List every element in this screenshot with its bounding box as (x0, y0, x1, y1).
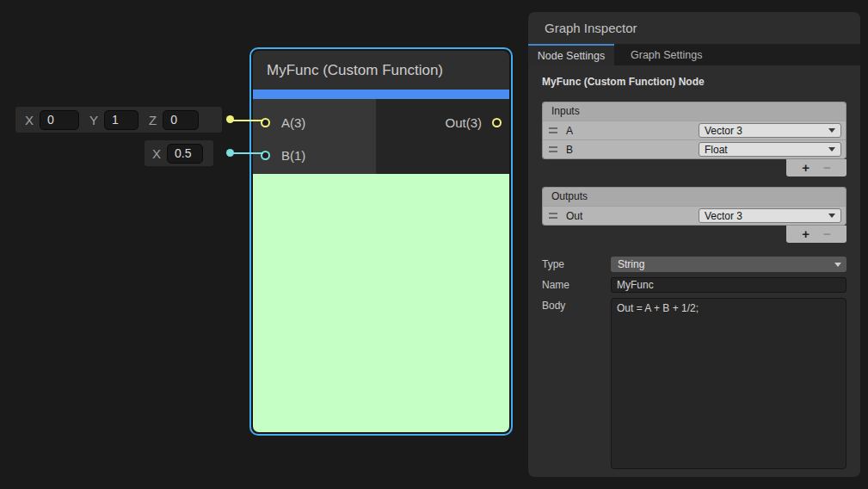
inspector-tab-bar: Node Settings Graph Settings (528, 44, 860, 65)
output-out-name: Out (566, 210, 582, 222)
vector3-y-label: Y (89, 113, 98, 127)
node-output-ports: Out(3) (376, 99, 509, 174)
port-b-label: B(1) (281, 148, 305, 163)
body-label: Body (542, 298, 611, 312)
type-dropdown[interactable]: String (611, 257, 846, 272)
chevron-down-icon (828, 128, 835, 133)
node-preview (253, 174, 509, 432)
input-a-type-dropdown[interactable]: Vector 3 (699, 123, 841, 138)
float-x-label: X (152, 146, 161, 161)
type-row: Type String (542, 257, 846, 272)
drag-handle-icon[interactable] (549, 146, 557, 152)
name-row: Name MyFunc (542, 277, 846, 293)
input-b-type-value: Float (705, 144, 728, 156)
type-label: Type (542, 257, 611, 270)
body-row: Body Out = A + B + 1/2; (542, 298, 846, 469)
input-a-type-value: Vector 3 (705, 125, 742, 137)
graph-inspector-panel: Graph Inspector Node Settings Graph Sett… (527, 11, 861, 478)
drag-handle-icon[interactable] (549, 213, 557, 219)
input-a-name: A (566, 125, 573, 137)
port-row-a: A(3) (253, 108, 376, 136)
chevron-down-icon (834, 263, 841, 267)
body-field[interactable]: Out = A + B + 1/2; (611, 298, 846, 469)
remove-output-button[interactable]: − (823, 226, 831, 242)
add-output-button[interactable]: + (802, 226, 810, 242)
input-row-a: A Vector 3 (543, 121, 846, 139)
vector3-x-label: X (25, 113, 34, 127)
type-value: String (618, 258, 644, 270)
tab-node-settings[interactable]: Node Settings (528, 44, 614, 65)
chevron-down-icon (828, 214, 835, 218)
input-b-name: B (566, 144, 573, 156)
output-out-type-value: Vector 3 (705, 210, 742, 222)
port-row-b: B(1) (253, 141, 376, 169)
port-out-icon[interactable] (492, 118, 502, 127)
add-input-button[interactable]: + (802, 160, 810, 176)
inspector-heading: MyFunc (Custom Function) Node (542, 76, 846, 88)
port-a-label: A(3) (281, 115, 305, 130)
node-input-ports: A(3) B(1) (253, 99, 376, 174)
inputs-add-remove-tray: + − (786, 159, 846, 176)
edge-vector3-to-a[interactable] (232, 120, 263, 121)
node-color-bar (253, 90, 509, 99)
drag-handle-icon[interactable] (549, 127, 557, 133)
input-row-b: B Float (543, 139, 846, 158)
chevron-down-icon (828, 147, 835, 152)
vector3-input-widget: X 0 Y 1 Z 0 (15, 107, 222, 133)
custom-function-node[interactable]: MyFunc (Custom Function) A(3) B(1) Out(3… (249, 47, 513, 436)
port-out-label: Out(3) (445, 115, 482, 130)
outputs-add-remove-tray: + − (786, 226, 846, 243)
tab-graph-settings[interactable]: Graph Settings (614, 44, 718, 65)
vector3-z-field[interactable]: 0 (163, 110, 199, 130)
inputs-section: Inputs A Vector 3 B Float (542, 102, 846, 159)
input-b-type-dropdown[interactable]: Float (699, 142, 841, 157)
output-row-out: Out Vector 3 (543, 206, 846, 225)
vector3-y-field[interactable]: 1 (104, 110, 139, 130)
node-title[interactable]: MyFunc (Custom Function) (253, 51, 509, 90)
remove-input-button[interactable]: − (823, 160, 831, 176)
vector3-x-field[interactable]: 0 (40, 110, 79, 130)
port-row-out: Out(3) (376, 108, 509, 136)
inspector-title[interactable]: Graph Inspector (528, 12, 860, 44)
name-label: Name (542, 277, 611, 291)
name-field[interactable]: MyFunc (611, 277, 846, 293)
float-input-widget: X 0.5 (145, 140, 213, 166)
output-out-type-dropdown[interactable]: Vector 3 (699, 208, 841, 223)
float-x-field[interactable]: 0.5 (167, 144, 203, 164)
vector3-z-label: Z (149, 113, 157, 127)
outputs-section-title: Outputs (543, 188, 846, 206)
outputs-section: Outputs Out Vector 3 (542, 187, 846, 226)
inputs-section-title: Inputs (543, 102, 846, 121)
edge-float-to-b[interactable] (232, 152, 263, 154)
